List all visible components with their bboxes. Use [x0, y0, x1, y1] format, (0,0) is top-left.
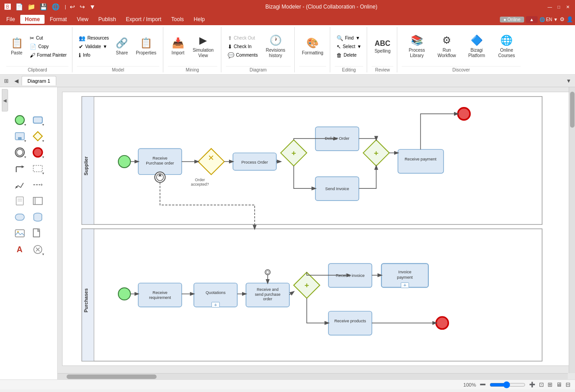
- gateway-tool[interactable]: ▼: [29, 129, 46, 144]
- diagram1-tab[interactable]: Diagram 1: [22, 76, 56, 85]
- data-store-tool[interactable]: [29, 209, 46, 225]
- tab-prev-btn[interactable]: ◀: [12, 76, 21, 85]
- diagram-area[interactable]: Supplier Purchases Receive Purchase orde…: [62, 92, 571, 366]
- menu-publish[interactable]: Publish: [94, 15, 121, 24]
- settings-icon[interactable]: ⚙: [560, 16, 565, 22]
- chevron-down-icon5: ▼: [24, 156, 27, 159]
- revisions-history-button[interactable]: 🕐 Revisions history: [261, 34, 291, 59]
- intermediate-event-tool[interactable]: ▼: [11, 145, 28, 160]
- spelling-button[interactable]: ABC Spelling: [372, 38, 393, 55]
- toolbar-collapse-btn[interactable]: ◀: [2, 89, 8, 111]
- image-tool[interactable]: [11, 226, 28, 241]
- chevron-down-icon8: ▼: [42, 253, 45, 256]
- fit-page-icon[interactable]: ⊡: [539, 381, 544, 388]
- delete-button[interactable]: 🗑 Delete: [335, 51, 364, 59]
- view-mode-icon[interactable]: 🖥: [556, 381, 562, 388]
- properties-button[interactable]: 📋 Properties: [133, 36, 159, 56]
- vertical-scrollbar[interactable]: [569, 87, 575, 373]
- dashed-rect-tool[interactable]: ▼: [29, 161, 46, 176]
- receive-req-task[interactable]: [138, 283, 182, 307]
- zoom-out-icon[interactable]: ➖: [480, 382, 486, 388]
- comments-button[interactable]: 💬 Comments: [226, 51, 260, 59]
- paste-label: Paste: [11, 50, 22, 56]
- menu-tools[interactable]: Tools: [167, 15, 189, 24]
- run-workflow-button[interactable]: ⚙ Run Workflow: [433, 34, 461, 59]
- open-file-icon[interactable]: 📁: [27, 2, 36, 11]
- redo-icon[interactable]: ↪: [79, 2, 86, 11]
- h-scroll-thumb[interactable]: [67, 374, 157, 379]
- maximize-btn[interactable]: □: [555, 3, 562, 10]
- minimize-btn[interactable]: —: [546, 3, 553, 10]
- menu-export-import[interactable]: Export / Import: [121, 15, 166, 24]
- delete-icon: 🗑: [337, 52, 342, 58]
- tab-grid-icon[interactable]: ⊞: [2, 76, 11, 85]
- select-icon: ↖: [337, 44, 341, 50]
- check-out-button[interactable]: ⬆ Check Out: [226, 34, 260, 42]
- layout-icon[interactable]: ⊟: [566, 381, 571, 388]
- formatting-button[interactable]: 🎨 Formatting: [299, 36, 326, 56]
- online-courses-button[interactable]: 🌐 Online Courses: [493, 34, 521, 59]
- toolbar-row-8: [2, 226, 55, 241]
- menu-format[interactable]: Format: [45, 15, 72, 24]
- format-painter-button[interactable]: 🖌 Format Painter: [28, 51, 68, 59]
- publish-icon[interactable]: 🌐: [51, 2, 60, 11]
- menu-view[interactable]: View: [72, 15, 93, 24]
- user-icon[interactable]: 👤: [566, 16, 573, 22]
- collapse-ribbon-btn[interactable]: ▲: [526, 16, 538, 23]
- purchases-end-event[interactable]: [436, 317, 448, 329]
- window-controls[interactable]: — □ ✕: [546, 3, 571, 10]
- data-object-tool[interactable]: [29, 226, 46, 241]
- copy-button[interactable]: 📄 Copy: [28, 43, 68, 51]
- menu-help[interactable]: Help: [189, 15, 210, 24]
- swimlane-tool[interactable]: [29, 193, 46, 209]
- find-button[interactable]: 🔍 Find ▼: [335, 34, 364, 42]
- receive-payment-task[interactable]: [398, 149, 443, 173]
- start-event-tool[interactable]: ▼: [11, 112, 28, 128]
- more-icon[interactable]: ▼: [89, 2, 97, 11]
- custom-shape-tool[interactable]: ▼: [29, 242, 46, 257]
- subprocess-tool[interactable]: ▼: [11, 129, 28, 144]
- validate-button[interactable]: ✔ Validate ▼: [77, 43, 111, 51]
- grid-toggle-icon[interactable]: ⊞: [548, 381, 553, 388]
- purchases-pool-label: Purchases: [83, 288, 89, 312]
- end-event-tool[interactable]: ▼: [29, 145, 46, 160]
- purchases-start-event[interactable]: [118, 288, 130, 300]
- task-tool[interactable]: ▼: [29, 112, 46, 128]
- svg-rect-3: [18, 137, 22, 140]
- menu-file[interactable]: File: [2, 15, 19, 24]
- v-scroll-thumb[interactable]: [570, 92, 575, 128]
- import-button[interactable]: 📥 Import: [168, 36, 189, 56]
- process-library-button[interactable]: 📚 Process Library: [402, 34, 432, 59]
- share-button[interactable]: 🔗 Share: [112, 36, 132, 56]
- text-annotation-tool[interactable]: [11, 193, 28, 209]
- info-button[interactable]: ℹ Info: [77, 51, 111, 59]
- horizontal-scrollbar[interactable]: [58, 373, 568, 379]
- cut-icon: ✂: [30, 35, 34, 41]
- new-file-icon[interactable]: 📄: [14, 2, 24, 11]
- check-in-button[interactable]: ⬇ Check In: [226, 43, 260, 51]
- zoom-slider[interactable]: [490, 381, 526, 388]
- simulation-view-button[interactable]: ▶ Simulation View: [189, 34, 217, 59]
- supplier-start-event[interactable]: [118, 156, 130, 168]
- paste-button[interactable]: 📋 Paste: [6, 36, 27, 56]
- canvas[interactable]: Supplier Purchases Receive Purchase orde…: [58, 87, 575, 379]
- message-flow-tool[interactable]: [29, 177, 46, 192]
- select-button[interactable]: ↖ Select ▼: [335, 43, 364, 51]
- rounded-task-tool[interactable]: [11, 209, 28, 225]
- cut-button[interactable]: ✂ Cut: [28, 34, 68, 42]
- resources-button[interactable]: 👥 Resources: [77, 34, 111, 42]
- menu-home[interactable]: Home: [20, 15, 44, 24]
- intermediate-top[interactable]: [265, 270, 270, 275]
- sequence-flow-tool[interactable]: [11, 161, 28, 176]
- ribbon-group-discover: 📚 Process Library ⚙ Run Workflow 🔷 Bizag…: [398, 27, 524, 72]
- supplier-end-event[interactable]: [458, 108, 470, 120]
- save-icon[interactable]: 💾: [39, 2, 48, 11]
- undo-icon[interactable]: ↩: [69, 2, 76, 11]
- association-tool[interactable]: [11, 177, 28, 192]
- close-btn[interactable]: ✕: [564, 3, 571, 10]
- zoom-in-icon[interactable]: ➕: [529, 382, 535, 388]
- tab-dropdown-btn[interactable]: ▼: [564, 76, 573, 85]
- text-tool[interactable]: A: [11, 242, 28, 257]
- language-selector[interactable]: 🌐 EN ▼: [539, 17, 558, 22]
- bizagi-platform-button[interactable]: 🔷 Bizagi Platform: [462, 34, 492, 59]
